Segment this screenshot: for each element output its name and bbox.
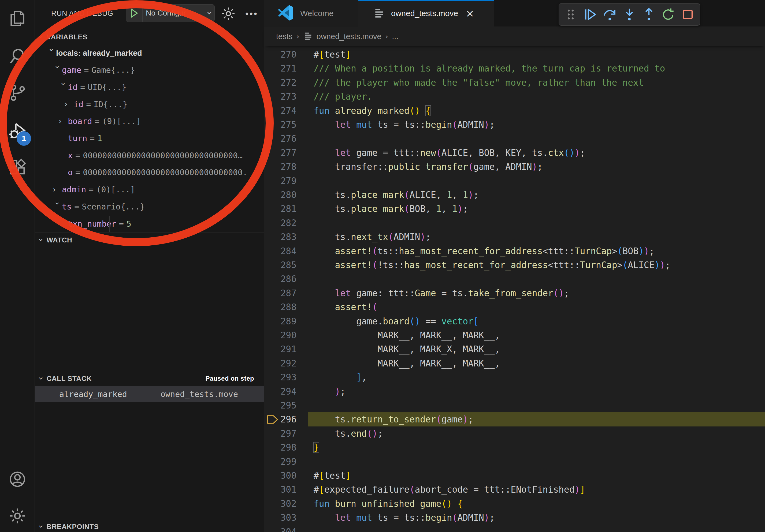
line-number[interactable]: 297 (264, 426, 297, 441)
code-line[interactable]: 291 MARK__, MARK_X, MARK__, (264, 342, 765, 356)
tab-owned-tests-move[interactable]: owned_tests.move × (359, 0, 494, 27)
code-line[interactable]: 302fun burn_unfinished_game() { (264, 497, 765, 511)
line-number[interactable]: 275 (264, 118, 297, 132)
line-number[interactable]: 282 (264, 216, 297, 230)
code-line[interactable]: 279 (264, 174, 765, 188)
line-number[interactable]: 279 (264, 174, 297, 188)
code-line[interactable]: 271/// When a position is already marked… (264, 61, 765, 76)
debug-settings-gear-icon[interactable] (221, 6, 236, 21)
code-line[interactable]: 296 ts.return_to_sender(game); (264, 412, 765, 426)
line-number[interactable]: 287 (264, 286, 297, 300)
line-number[interactable]: 276 (264, 132, 297, 146)
start-debug-icon[interactable] (126, 5, 143, 22)
line-number[interactable]: 278 (264, 160, 297, 174)
code-line[interactable]: 303 let mut ts = ts::begin(ADMIN); (264, 511, 765, 525)
code-line[interactable]: 297 ts.end(); (264, 426, 765, 441)
line-number[interactable]: 277 (264, 146, 297, 160)
code-line[interactable]: 289 game.board() == vector[ (264, 314, 765, 328)
line-number[interactable]: 285 (264, 258, 297, 272)
search-icon[interactable] (8, 47, 27, 65)
code-line[interactable]: 292 MARK__, MARK__, MARK__, (264, 356, 765, 371)
code-line[interactable]: 287 let game: ttt::Game = ts.take_from_s… (264, 286, 765, 300)
code-line[interactable]: 281 ts.place_mark(BOB, 1, 1); (264, 202, 765, 216)
line-number[interactable]: 298 (264, 440, 297, 454)
settings-gear-icon[interactable] (8, 507, 27, 525)
code-line[interactable]: 273/// player. (264, 90, 765, 104)
chevron-right-icon[interactable]: › (65, 101, 74, 108)
step-out-button[interactable] (640, 6, 657, 23)
breadcrumb-item-file[interactable]: owned_tests.move (317, 32, 382, 41)
variable-row[interactable]: turn=1 (35, 130, 264, 147)
call-stack-section-header[interactable]: › CALL STACK Paused on step (35, 371, 264, 386)
code-editor[interactable]: 270#[test]271/// When a position is alre… (264, 47, 765, 532)
chevron-down-icon[interactable]: › (54, 66, 61, 75)
line-number[interactable]: 292 (264, 356, 297, 371)
account-icon[interactable] (8, 470, 27, 489)
continue-button[interactable] (582, 6, 599, 23)
line-number[interactable]: 304 (264, 525, 297, 532)
call-stack-frame[interactable]: already_marked owned_tests.move (35, 386, 264, 402)
code-line[interactable]: 282 (264, 216, 765, 230)
code-line[interactable]: 290 MARK__, MARK__, MARK__, (264, 328, 765, 342)
variables-section-header[interactable]: › VARIABLES (35, 30, 264, 45)
line-number[interactable]: 303 (264, 511, 297, 525)
line-number[interactable]: 299 (264, 454, 297, 469)
paused-breakpoint-icon[interactable] (267, 414, 279, 425)
code-line[interactable]: 299 (264, 454, 765, 469)
watch-section-header[interactable]: › WATCH (35, 233, 264, 247)
code-line[interactable]: 280 ts.place_mark(ALICE, 1, 1); (264, 188, 765, 202)
chevron-right-icon[interactable]: › (59, 118, 68, 125)
code-line[interactable]: 301#[expected_failure(abort_code = ttt::… (264, 482, 765, 497)
source-control-icon[interactable] (8, 83, 27, 102)
variable-row[interactable]: x=00000000000000000000000000000000… (35, 147, 264, 164)
code-line[interactable]: 275 let mut ts = ts::begin(ADMIN); (264, 118, 765, 132)
code-line[interactable]: 283 ts.next_tx(ADMIN); (264, 230, 765, 244)
more-actions-icon[interactable]: ••• (244, 6, 260, 21)
explorer-icon[interactable] (8, 9, 27, 28)
code-line[interactable]: 295 (264, 398, 765, 412)
variables-scope-row[interactable]: ›locals: already_marked (35, 45, 264, 62)
line-number[interactable]: 290 (264, 328, 297, 342)
stop-button[interactable] (679, 6, 696, 23)
line-number[interactable]: 289 (264, 314, 297, 328)
variable-row[interactable]: txn_number=5 (35, 215, 264, 232)
line-number[interactable]: 301 (264, 482, 297, 497)
code-line[interactable]: 286 (264, 272, 765, 286)
line-number[interactable]: 280 (264, 188, 297, 202)
variable-row[interactable]: ›ts=Scenario{...} (35, 198, 264, 215)
line-number[interactable]: 284 (264, 244, 297, 258)
code-line[interactable]: 300#[test] (264, 468, 765, 483)
variable-row[interactable]: ›game=Game{...} (35, 62, 264, 79)
toolbar-drag-grip[interactable] (562, 6, 579, 23)
launch-config-control[interactable]: No Configur › (126, 4, 215, 22)
line-number[interactable]: 272 (264, 76, 297, 90)
chevron-down-icon[interactable]: › (60, 83, 67, 92)
code-line[interactable]: 277 let game = ttt::new(ALICE, BOB, KEY,… (264, 146, 765, 160)
line-number[interactable]: 270 (264, 47, 297, 62)
line-number[interactable]: 271 (264, 61, 297, 76)
variable-row[interactable]: ›id=UID{...} (35, 79, 264, 96)
code-line[interactable]: 278 transfer::public_transfer(game, ADMI… (264, 160, 765, 174)
step-into-button[interactable] (621, 6, 638, 23)
line-number[interactable]: 295 (264, 398, 297, 412)
code-line[interactable]: 285 assert!(!ts::has_most_recent_for_add… (264, 258, 765, 272)
variable-row[interactable]: o=000000000000000000000000000000000. (35, 164, 264, 181)
code-line[interactable]: 294 ); (264, 385, 765, 399)
line-number[interactable]: 288 (264, 300, 297, 314)
code-line[interactable]: 298} (264, 440, 765, 454)
breadcrumb-item-symbol[interactable]: ... (392, 32, 398, 41)
line-number[interactable]: 294 (264, 385, 297, 399)
line-number[interactable]: 302 (264, 497, 297, 511)
line-number[interactable]: 291 (264, 342, 297, 356)
chevron-down-icon[interactable]: › (205, 11, 215, 15)
chevron-down-icon[interactable]: › (54, 202, 61, 211)
line-number[interactable]: 273 (264, 90, 297, 104)
breadcrumb-item-tests[interactable]: tests (276, 32, 293, 41)
line-number[interactable]: 293 (264, 370, 297, 385)
variable-row[interactable]: ›admin=(0)[...] (35, 181, 264, 198)
config-dropdown-label[interactable]: No Configur (143, 9, 208, 17)
line-number[interactable]: 274 (264, 104, 297, 118)
step-over-button[interactable] (601, 6, 618, 23)
code-line[interactable]: 274fun already_marked() { (264, 104, 765, 118)
code-line[interactable]: 270#[test] (264, 47, 765, 62)
